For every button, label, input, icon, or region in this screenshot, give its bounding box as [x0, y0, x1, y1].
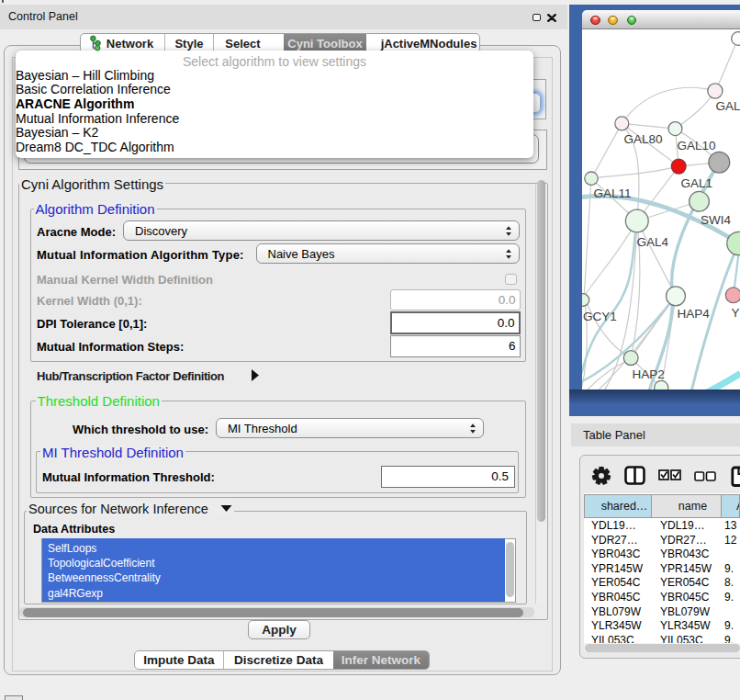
- svg-text:GAL10: GAL10: [677, 138, 715, 152]
- svg-text:GAL80: GAL80: [623, 131, 662, 145]
- svg-text:GAL1: GAL1: [680, 175, 712, 189]
- svg-text:GCY1: GCY1: [583, 309, 617, 322]
- svg-text:GAL7: GAL7: [715, 98, 740, 112]
- svg-text:HAP4: HAP4: [677, 306, 710, 320]
- svg-text:GAL11: GAL11: [593, 186, 631, 199]
- svg-text:HAP2: HAP2: [632, 367, 664, 380]
- svg-text:GAL4: GAL4: [636, 234, 668, 248]
- svg-text:SWI4: SWI4: [701, 212, 731, 226]
- svg-text:YEL: YEL: [731, 305, 740, 319]
